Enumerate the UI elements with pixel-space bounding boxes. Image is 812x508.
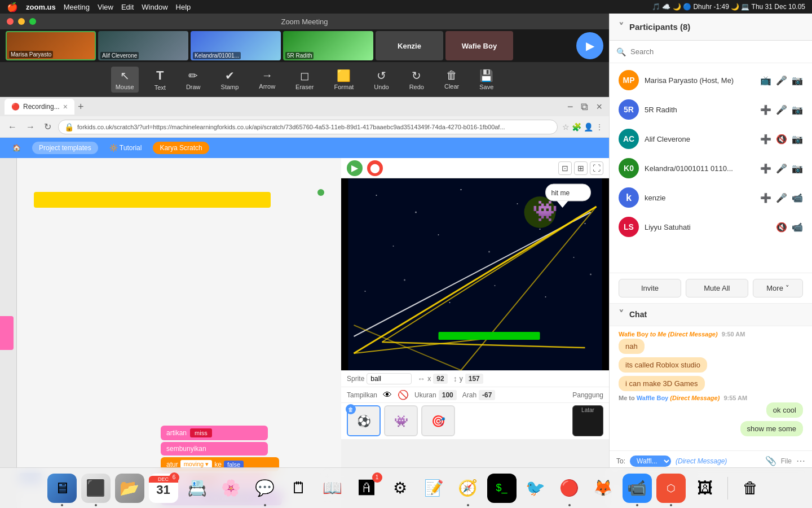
tab-restore-icon[interactable]: ⧉ [579,101,590,113]
stop-button[interactable]: ⬤ [367,160,383,176]
messages-icon[interactable]: 💬 [250,474,280,503]
mic-icon-kenzie[interactable]: 🎤 [776,192,787,203]
draw-tool[interactable]: ✏ Draw [182,67,205,93]
terminal-icon[interactable]: $_ [487,474,517,503]
text-tool[interactable]: T Text [150,66,170,93]
participant-search-input[interactable] [630,47,805,56]
video-icon-marisa[interactable]: 📷 [792,75,803,86]
participant-thumb-wafieboy[interactable]: Wafie Boy [445,31,513,60]
preview-icon[interactable]: 🖼 [690,474,720,503]
start-button[interactable]: ▶ [347,160,363,176]
refresh-button[interactable]: ↻ [42,120,54,133]
finder-icon[interactable]: 🖥 [47,474,77,503]
chrome-icon[interactable]: 🔴 [555,474,584,503]
books-icon[interactable]: 📖 [318,474,347,503]
bookmark-icon[interactable]: ☆ [562,122,570,132]
maximize-button[interactable] [29,18,36,25]
zoom-dock-icon[interactable]: 📹 [623,474,652,503]
trash-icon[interactable]: 🗑 [736,474,765,503]
add-icon-kelandra[interactable]: ➕ [760,163,771,174]
participant-item-liyyu[interactable]: LS Liyyu Satuhati 🔇 📹 [610,212,812,242]
tab-minimize-icon[interactable]: − [565,101,576,113]
sprite-delete-badge[interactable]: 🗑 [346,404,356,414]
add-icon-alif[interactable]: ➕ [760,134,771,144]
mic-icon-alif[interactable]: 🔇 [776,134,787,144]
nav-tutorial[interactable]: 🔆 Tutorial [103,142,149,154]
show-icon[interactable]: 👁 [383,390,392,400]
contacts-icon[interactable]: 📇 [183,474,212,503]
sketch-app-icon[interactable]: 🐦 [521,474,550,503]
mute-all-button[interactable]: Mute All [686,279,748,297]
settings-icon[interactable]: ⚙ [386,474,415,503]
participant-thumb-3[interactable]: Kelandra/01001... [191,31,281,60]
close-button[interactable] [7,18,14,25]
sprite-thumb-ball[interactable]: 🗑 ⚽ [347,405,381,436]
video-icon-alif[interactable]: 📷 [792,134,803,144]
minimize-button[interactable] [18,18,25,25]
save-tool[interactable]: 💾 Save [475,67,498,93]
add-icon-kenzie[interactable]: ➕ [760,192,771,203]
sprite-name-input[interactable] [367,373,412,384]
participants-collapse[interactable]: ˅ [619,21,624,33]
clear-tool[interactable]: 🗑 Clear [440,67,464,92]
mic-icon-marisa[interactable]: 🎤 [776,75,787,86]
apple-menu[interactable]: 🍎 [7,2,18,12]
more-button[interactable]: More ˅ [753,279,803,297]
mic-icon-kelandra[interactable]: 🎤 [776,163,787,174]
participant-item-kenzie[interactable]: k kenzie ➕ 🎤 📹 [610,183,812,212]
small-stage-button[interactable]: ⊡ [558,161,572,175]
safari-icon[interactable]: 🧭 [453,474,483,503]
menu-help[interactable]: Help [176,3,191,11]
nav-project-templates[interactable]: Project templates [32,142,98,154]
participant-thumb-4[interactable]: 5R Radith [283,31,373,60]
participant-thumb-1[interactable]: Marisa Paryasto [6,31,96,60]
sprite-thumb-alien[interactable]: 👾 [384,405,418,436]
sticky-notes-icon[interactable]: 📝 [420,474,449,503]
stamp-tool[interactable]: ✔ Stamp [217,67,244,93]
undo-tool[interactable]: ↺ Undo [369,67,393,93]
chat-collapse-icon[interactable]: ˅ [619,308,624,321]
nav-home[interactable]: 🏠 [6,142,28,154]
git-icon[interactable]: ⬡ [656,474,686,503]
participant-thumb-kenzie[interactable]: Kenzie [376,31,443,60]
chat-to-dropdown[interactable]: Waffl... [630,456,671,467]
participant-item-marisa[interactable]: MP Marisa Paryasto (Host, Me) 📺 🎤 📷 [610,65,812,95]
video-icon-kelandra[interactable]: 📷 [792,163,803,174]
file-label[interactable]: File [781,457,792,465]
participant-item-radith[interactable]: 5R 5R Radith ➕ 🎤 📷 [610,95,812,124]
back-button[interactable]: ← [6,121,19,133]
sidebar-tab[interactable] [0,316,14,350]
add-icon-radith[interactable]: ➕ [760,104,771,115]
participant-item-alif[interactable]: AC Alif Cleverone ➕ 🔇 📷 [610,124,812,154]
menu-window[interactable]: Window [142,3,167,11]
arrow-tool[interactable]: → Arrow [254,67,280,92]
firefox-icon[interactable]: 🦊 [589,474,618,503]
chat-more-icon[interactable]: ⋯ [796,456,805,466]
mic-icon-radith[interactable]: 🎤 [776,104,787,115]
photos-icon[interactable]: 🌸 [217,474,246,503]
extension-icon[interactable]: 🧩 [572,122,581,132]
hide-icon[interactable]: 🚫 [398,389,409,400]
browser-tab-recording[interactable]: 🔴 Recording... × [5,99,74,115]
launchpad-icon[interactable]: ⬛ [81,474,111,503]
participant-item-kelandra[interactable]: K0 Kelandra/01001011 0110... ➕ 🎤 📷 [610,154,812,183]
video-icon-kenzie[interactable]: 📹 [792,192,803,203]
nav-karya-scratch[interactable]: Karya Scratch [153,142,209,154]
participant-thumb-2[interactable]: Alif Cleverone [98,31,188,60]
profile-icon[interactable]: 👤 [584,122,593,132]
screen-share-icon-marisa[interactable]: 📺 [760,75,771,86]
tab-close-button[interactable]: × [63,102,68,111]
forward-button[interactable]: → [24,121,37,133]
redo-tool[interactable]: ↻ Redo [405,67,429,93]
notes-icon[interactable]: 🗒 [284,474,314,503]
new-tab-button[interactable]: + [78,101,84,113]
downloads-icon[interactable]: 📂 [115,474,144,503]
video-icon-radith[interactable]: 📷 [792,104,803,115]
mouse-tool[interactable]: ↖ Mouse [111,67,139,93]
video-icon-liyyu[interactable]: 📹 [792,222,803,233]
settings-menu-icon[interactable]: ⋮ [595,122,603,132]
sprite-thumb-3[interactable]: 🎯 [421,405,455,436]
menu-edit[interactable]: Edit [121,3,134,11]
menu-meeting[interactable]: Meeting [64,3,90,11]
fullscreen-button[interactable]: ⛶ [590,161,603,175]
